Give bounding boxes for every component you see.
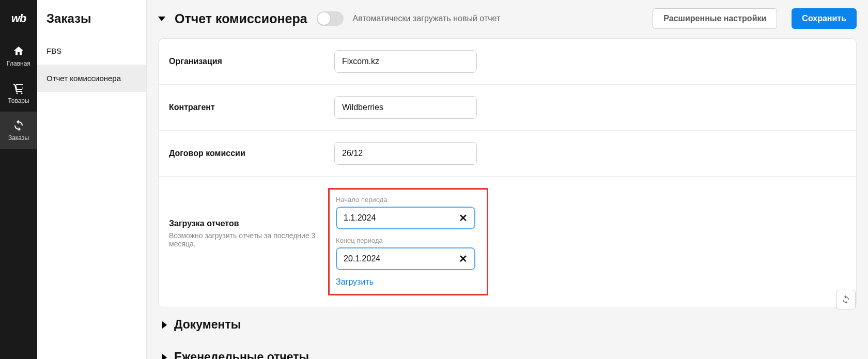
counterparty-field-value: Wildberries: [342, 103, 383, 112]
org-field[interactable]: Fixcom.kz: [334, 50, 477, 73]
brand-logo-text: wb: [11, 12, 26, 25]
nav-products-label: Товары: [8, 97, 29, 104]
auto-load-toggle-label: Автоматически загружать новый отчет: [353, 14, 501, 23]
load-hint: Возможно загрузить отчеты за последние 3…: [169, 231, 334, 248]
subnav-item-label: Отчет комиссионера: [47, 74, 121, 83]
subnav-title: Заказы: [37, 0, 146, 37]
period-end-value: 20.1.2024: [344, 254, 380, 263]
chevron-right-icon: [162, 321, 167, 329]
refresh-icon: [841, 295, 850, 304]
section-weekly-title: Еженедельные отчеты: [174, 350, 309, 359]
subnav-item-report[interactable]: Отчет комиссионера: [37, 65, 146, 92]
section-weekly-reports[interactable]: Еженедельные отчеты: [158, 340, 857, 359]
nav-orders-label: Заказы: [8, 134, 29, 142]
load-link[interactable]: Загрузить: [336, 277, 374, 287]
period-start-field[interactable]: 1.1.2024 ✕: [336, 207, 475, 229]
section-documents[interactable]: Документы: [158, 307, 857, 340]
advanced-settings-button[interactable]: Расширенные настройки: [653, 8, 777, 29]
section-documents-title: Документы: [174, 318, 241, 332]
cart-icon: [12, 82, 25, 95]
subnav-item-label: FBS: [47, 46, 61, 55]
load-label: Загрузка отчетов: [169, 219, 334, 228]
org-label: Организация: [169, 57, 334, 66]
chevron-down-icon[interactable]: [158, 17, 165, 21]
period-end-label: Конец периода: [336, 237, 475, 244]
org-field-value: Fixcom.kz: [342, 57, 379, 66]
sync-icon: [12, 119, 25, 132]
refresh-button[interactable]: [836, 290, 856, 309]
home-icon: [12, 44, 25, 58]
brand-logo: wb: [0, 0, 37, 37]
contract-label: Договор комиссии: [169, 149, 334, 158]
subnav-item-fbs[interactable]: FBS: [37, 37, 146, 65]
period-start-clear-icon[interactable]: ✕: [459, 212, 468, 224]
period-end-clear-icon[interactable]: ✕: [459, 253, 468, 265]
nav-orders[interactable]: Заказы: [0, 112, 37, 149]
nav-home[interactable]: Главная: [0, 37, 37, 74]
page-title: Отчет комиссионера: [175, 11, 307, 26]
save-button[interactable]: Сохранить: [792, 8, 857, 29]
counterparty-label: Контрагент: [169, 103, 334, 112]
nav-products[interactable]: Товары: [0, 74, 37, 112]
nav-home-label: Главная: [7, 60, 30, 67]
period-highlight-box: Начало периода 1.1.2024 ✕ Конец периода …: [328, 188, 488, 295]
chevron-right-icon: [162, 354, 167, 360]
period-end-field[interactable]: 20.1.2024 ✕: [336, 247, 475, 270]
period-start-value: 1.1.2024: [344, 213, 376, 223]
contract-field[interactable]: 26/12: [334, 142, 477, 165]
contract-field-value: 26/12: [342, 149, 363, 158]
period-start-label: Начало периода: [336, 196, 475, 204]
auto-load-toggle[interactable]: [317, 11, 344, 26]
counterparty-field[interactable]: Wildberries: [334, 96, 477, 119]
